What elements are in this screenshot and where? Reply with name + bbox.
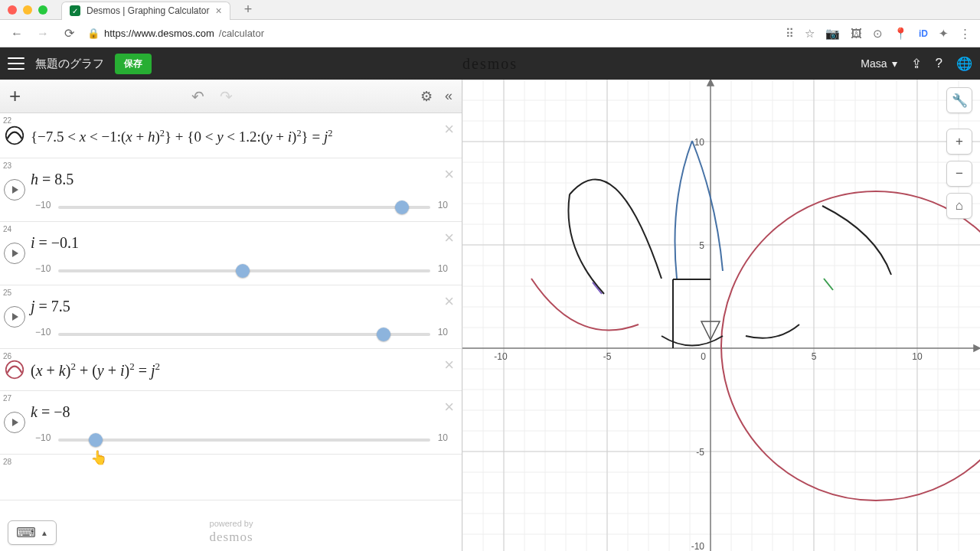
slider-min[interactable]: −10 bbox=[35, 432, 51, 443]
collapse-panel-icon[interactable]: « bbox=[445, 88, 452, 104]
forward-button[interactable]: → bbox=[35, 27, 51, 41]
undo-button[interactable]: ↶ bbox=[191, 87, 204, 106]
play-slider-button[interactable] bbox=[4, 306, 25, 328]
delete-row-icon[interactable]: × bbox=[444, 165, 454, 184]
graph-title[interactable]: 無題のグラフ bbox=[35, 57, 104, 71]
share-icon[interactable]: ⇪ bbox=[911, 56, 922, 72]
expression-toolbar: + ↶ ↷ ⚙ « bbox=[0, 80, 462, 113]
expression-panel: + ↶ ↷ ⚙ « 22 × {−7.5 < x < −1:(x + h)2 bbox=[0, 80, 462, 551]
add-expression-button[interactable]: + bbox=[9, 84, 21, 108]
user-name-label: Masa bbox=[861, 57, 887, 70]
keypad-toggle-button[interactable]: ⌨ ▲ bbox=[8, 520, 57, 545]
menu-dots-icon[interactable]: ⋮ bbox=[959, 27, 971, 41]
desmos-logo: desmos bbox=[462, 55, 518, 73]
window-maximize-button[interactable] bbox=[38, 5, 47, 15]
svg-text:-10: -10 bbox=[494, 351, 508, 362]
svg-text:-5: -5 bbox=[696, 447, 704, 458]
translate-icon[interactable]: ⠿ bbox=[786, 27, 794, 41]
expression-row-22[interactable]: 22 × {−7.5 < x < −1:(x + h)2} + {0 < y <… bbox=[0, 113, 462, 158]
svg-text:0: 0 bbox=[701, 351, 706, 362]
svg-point-70 bbox=[721, 191, 980, 500]
slider-min[interactable]: −10 bbox=[35, 200, 51, 210]
tab-close-icon[interactable]: × bbox=[216, 5, 222, 17]
slider-track[interactable] bbox=[58, 439, 430, 442]
delete-row-icon[interactable]: × bbox=[444, 397, 454, 417]
slider-max[interactable]: 10 bbox=[438, 327, 448, 337]
slider-thumb[interactable] bbox=[236, 264, 250, 278]
slider-value-text[interactable]: h = 8.5 bbox=[31, 171, 74, 188]
slider-min[interactable]: −10 bbox=[35, 263, 51, 274]
zoom-out-button[interactable]: − bbox=[946, 161, 972, 187]
delete-row-icon[interactable]: × bbox=[444, 355, 454, 375]
expression-math[interactable]: (x + k)2 + (y + i)2 = j2 bbox=[31, 360, 160, 380]
slider-value-text[interactable]: k = −8 bbox=[31, 403, 70, 421]
help-icon[interactable]: ? bbox=[936, 56, 942, 71]
tab-favicon: ✓ bbox=[70, 5, 80, 16]
redo-button[interactable]: ↷ bbox=[220, 87, 233, 106]
slider-thumb[interactable] bbox=[395, 201, 409, 214]
expression-row-23[interactable]: 23 × h = 8.5 −10 10 bbox=[0, 158, 462, 222]
slider-track[interactable] bbox=[58, 333, 430, 336]
slider-max[interactable]: 10 bbox=[438, 200, 448, 210]
sparkle-icon[interactable]: ✦ bbox=[939, 27, 949, 41]
undo-redo-group: ↶ ↷ bbox=[191, 87, 233, 106]
window-close-button[interactable] bbox=[8, 5, 17, 15]
play-slider-button[interactable] bbox=[4, 412, 25, 433]
play-circle-icon[interactable]: ⊙ bbox=[873, 27, 883, 41]
slider-value-text[interactable]: j = 7.5 bbox=[31, 298, 70, 315]
expression-list: 22 × {−7.5 < x < −1:(x + h)2} + {0 < y <… bbox=[0, 113, 462, 551]
graph-canvas[interactable]: -10 -5 0 5 10 10 5 -5 -10 bbox=[462, 80, 980, 551]
browser-tab[interactable]: ✓ Desmos | Graphing Calculator × bbox=[61, 2, 230, 20]
user-menu[interactable]: Masa ▾ bbox=[861, 57, 897, 70]
hamburger-menu-icon[interactable] bbox=[8, 57, 24, 70]
address-bar[interactable]: 🔒 https://www.desmos.com/calculator bbox=[87, 28, 775, 39]
home-button[interactable]: ⌂ bbox=[946, 193, 972, 219]
slider-max[interactable]: 10 bbox=[438, 432, 448, 443]
expression-row-24[interactable]: 24 × i = −0.1 −10 10 bbox=[0, 222, 462, 285]
delete-row-icon[interactable]: × bbox=[444, 292, 454, 311]
zoom-in-button[interactable]: + bbox=[946, 129, 972, 155]
tab-title: Desmos | Graphing Calculator bbox=[87, 5, 210, 16]
save-button[interactable]: 保存 bbox=[115, 54, 152, 74]
svg-line-71 bbox=[593, 282, 602, 294]
pin-icon[interactable]: 📍 bbox=[893, 27, 908, 41]
expression-color-icon[interactable] bbox=[3, 358, 26, 381]
slider-value-text[interactable]: i = −0.1 bbox=[31, 234, 79, 252]
expression-math[interactable]: {−7.5 < x < −1:(x + h)2} + {0 < y < 1.2:… bbox=[31, 128, 332, 145]
slider-thumb[interactable] bbox=[377, 328, 390, 341]
svg-marker-57 bbox=[974, 345, 980, 351]
play-slider-button[interactable] bbox=[4, 243, 25, 264]
camera-icon[interactable]: 📷 bbox=[825, 27, 840, 41]
slider-track[interactable] bbox=[58, 269, 430, 272]
id-icon[interactable]: iD bbox=[919, 28, 928, 39]
expression-row-25[interactable]: 25 × j = 7.5 −10 10 bbox=[0, 285, 462, 349]
svg-line-72 bbox=[824, 279, 833, 290]
expression-color-icon[interactable] bbox=[3, 124, 26, 147]
delete-row-icon[interactable]: × bbox=[444, 228, 454, 248]
globe-icon[interactable]: 🌐 bbox=[956, 56, 972, 72]
star-icon[interactable]: ☆ bbox=[805, 27, 815, 41]
row-number: 28 bbox=[3, 458, 11, 466]
svg-text:5: 5 bbox=[812, 351, 817, 362]
svg-text:10: 10 bbox=[694, 137, 705, 148]
slider-max[interactable]: 10 bbox=[438, 263, 448, 274]
slider-track[interactable] bbox=[58, 206, 430, 209]
wrench-button[interactable]: 🔧 bbox=[946, 87, 972, 113]
image-icon[interactable]: 🖼 bbox=[851, 27, 862, 40]
main-area: + ↶ ↷ ⚙ « 22 × {−7.5 < x < −1:(x + h)2 bbox=[0, 80, 980, 551]
delete-row-icon[interactable]: × bbox=[444, 119, 454, 139]
row-number: 24 bbox=[3, 225, 11, 233]
slider-min[interactable]: −10 bbox=[35, 327, 51, 337]
slider-thumb[interactable] bbox=[89, 433, 103, 447]
row-number: 25 bbox=[3, 289, 11, 297]
new-tab-button[interactable]: + bbox=[237, 2, 260, 18]
back-button[interactable]: ← bbox=[9, 27, 24, 41]
play-slider-button[interactable] bbox=[4, 179, 25, 201]
window-minimize-button[interactable] bbox=[23, 5, 32, 15]
expression-row-28[interactable]: 28 bbox=[0, 455, 462, 500]
row-number: 22 bbox=[3, 116, 11, 125]
expression-row-27[interactable]: 27 × k = −8 −10 10 bbox=[0, 391, 462, 455]
expression-row-26[interactable]: 26 × (x + k)2 + (y + i)2 = j2 bbox=[0, 349, 462, 391]
reload-button[interactable]: ⟳ bbox=[61, 26, 77, 41]
settings-gear-icon[interactable]: ⚙ bbox=[420, 88, 433, 105]
